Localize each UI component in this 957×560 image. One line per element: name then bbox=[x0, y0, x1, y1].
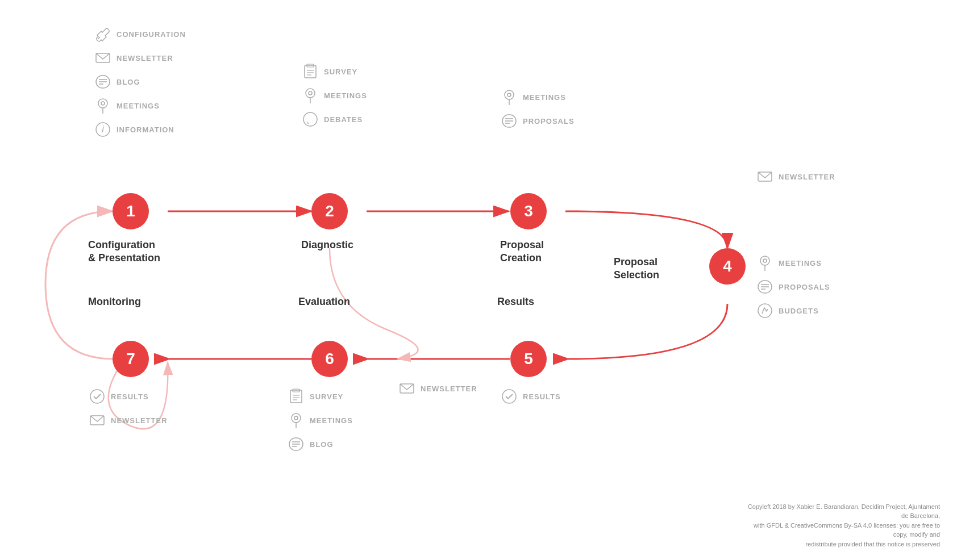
diagram-container: 1 Configuration& Presentation 2 Diagnost… bbox=[0, 0, 957, 560]
feature-newsletter-4: NEWSLETTER bbox=[756, 168, 835, 186]
svg-point-58 bbox=[90, 390, 104, 403]
budgets-icon bbox=[756, 302, 774, 320]
feature-results-7: RESULTS bbox=[88, 387, 168, 406]
feature-meetings-3: MEETINGS bbox=[500, 88, 575, 106]
debate-icon bbox=[301, 110, 319, 128]
svg-point-29 bbox=[507, 93, 511, 97]
feature-meetings-2: MEETINGS bbox=[301, 86, 367, 105]
phase6-features: SURVEY MEETINGS B bbox=[287, 387, 353, 459]
node-3-label: ProposalCreation bbox=[500, 239, 544, 265]
svg-point-36 bbox=[760, 256, 769, 265]
results-icon-5 bbox=[500, 387, 518, 406]
feature-meetings-1: MEETINGS bbox=[94, 97, 186, 115]
feature-blog-1: BLOG bbox=[94, 73, 186, 91]
phase5-newsletter: NEWSLETTER bbox=[398, 379, 477, 403]
wrench-icon bbox=[94, 25, 112, 43]
pin-icon-1 bbox=[94, 97, 112, 115]
newsletter-label-4: NEWSLETTER bbox=[779, 173, 835, 181]
phase3-features: MEETINGS PROPOSALS bbox=[500, 88, 575, 136]
feature-newsletter-1: NEWSLETTER bbox=[94, 49, 186, 67]
svg-point-25 bbox=[309, 91, 312, 95]
blog-label-6: BLOG bbox=[310, 440, 334, 449]
node-6-label: Evaluation bbox=[298, 295, 350, 308]
node-2-label: Diagnostic bbox=[301, 239, 353, 252]
feature-configuration: CONFIGURATION bbox=[94, 25, 186, 43]
node-5-label: Results bbox=[497, 295, 534, 308]
configuration-label: CONFIGURATION bbox=[116, 30, 186, 39]
pin-icon-3 bbox=[500, 88, 518, 106]
node-1[interactable]: 1 bbox=[113, 193, 149, 229]
svg-point-52 bbox=[294, 416, 298, 420]
newsletter-label-7: NEWSLETTER bbox=[111, 416, 168, 425]
feature-newsletter-7: NEWSLETTER bbox=[88, 411, 168, 429]
feature-results-5: RESULTS bbox=[500, 387, 561, 406]
proposals-label-3: PROPOSALS bbox=[523, 117, 575, 126]
meetings-label-2: MEETINGS bbox=[324, 91, 367, 100]
feature-survey-6: SURVEY bbox=[287, 387, 353, 406]
proposals-label-4: PROPOSALS bbox=[779, 283, 830, 291]
survey-label-2: SURVEY bbox=[324, 68, 357, 76]
svg-point-15 bbox=[101, 102, 105, 105]
node-6[interactable]: 6 bbox=[311, 341, 348, 377]
meetings-label-4: MEETINGS bbox=[779, 259, 822, 268]
svg-point-27 bbox=[303, 112, 317, 126]
svg-point-24 bbox=[306, 89, 315, 98]
proposals-icon-4 bbox=[756, 278, 774, 296]
proposals-icon-3 bbox=[500, 112, 518, 130]
feature-information: i INFORMATION bbox=[94, 120, 186, 139]
survey-icon-6 bbox=[287, 387, 305, 406]
feature-proposals-4: PROPOSALS bbox=[756, 278, 835, 296]
results-label-7: RESULTS bbox=[111, 392, 149, 401]
svg-point-43 bbox=[758, 304, 772, 317]
feature-newsletter-5: NEWSLETTER bbox=[398, 379, 477, 398]
feature-proposals-3: PROPOSALS bbox=[500, 112, 575, 130]
results-label-5: RESULTS bbox=[523, 392, 561, 401]
meetings-label-3: MEETINGS bbox=[523, 93, 566, 102]
node-4[interactable]: 4 bbox=[709, 248, 746, 285]
survey-label-6: SURVEY bbox=[310, 392, 343, 401]
phase5-features: RESULTS bbox=[500, 387, 561, 411]
node-3[interactable]: 3 bbox=[510, 193, 547, 229]
svg-point-14 bbox=[98, 99, 107, 108]
pin-icon-6 bbox=[287, 411, 305, 429]
pin-icon-2 bbox=[301, 86, 319, 105]
svg-point-44 bbox=[502, 390, 516, 403]
phase1-features: CONFIGURATION NEWSLETTER BLO bbox=[94, 25, 186, 144]
blog-label-1: BLOG bbox=[116, 78, 140, 86]
debates-label: DEBATES bbox=[324, 115, 363, 124]
copyright-text: Copyleft 2018 by Xabier E. Barandiaran, … bbox=[741, 502, 940, 549]
node-7[interactable]: 7 bbox=[113, 341, 149, 377]
blog-icon-6 bbox=[287, 435, 305, 453]
feature-blog-6: BLOG bbox=[287, 435, 353, 453]
svg-point-37 bbox=[763, 259, 767, 262]
svg-text:i: i bbox=[102, 124, 104, 134]
envelope-icon-5 bbox=[398, 379, 416, 398]
meetings-label-6: MEETINGS bbox=[310, 416, 353, 425]
node-4-label: ProposalSelection bbox=[614, 256, 659, 282]
blog-icon-1 bbox=[94, 73, 112, 91]
phase4-features: NEWSLETTER MEETINGS bbox=[756, 168, 835, 325]
node-2[interactable]: 2 bbox=[311, 193, 348, 229]
envelope-icon-4 bbox=[756, 168, 774, 186]
envelope-icon-7 bbox=[88, 411, 106, 429]
svg-point-51 bbox=[292, 413, 301, 423]
feature-budgets: BUDGETS bbox=[756, 302, 835, 320]
node-7-label: Monitoring bbox=[88, 295, 141, 308]
feature-meetings-6: MEETINGS bbox=[287, 411, 353, 429]
info-icon: i bbox=[94, 120, 112, 139]
node-1-label: Configuration& Presentation bbox=[88, 239, 160, 265]
feature-debates: DEBATES bbox=[301, 110, 367, 128]
pin-icon-4 bbox=[756, 254, 774, 272]
phase2-features: SURVEY MEETINGS DEBATES bbox=[301, 62, 367, 134]
svg-point-28 bbox=[505, 90, 514, 99]
phase7-features: RESULTS NEWSLETTER bbox=[88, 387, 168, 435]
meetings-label-1: MEETINGS bbox=[116, 102, 160, 110]
survey-icon-2 bbox=[301, 62, 319, 81]
envelope-icon-1 bbox=[94, 49, 112, 67]
node-5[interactable]: 5 bbox=[510, 341, 547, 377]
budgets-label: BUDGETS bbox=[779, 307, 819, 315]
newsletter-label-1: NEWSLETTER bbox=[116, 54, 173, 62]
svg-line-8 bbox=[98, 37, 100, 39]
information-label: INFORMATION bbox=[116, 126, 174, 134]
feature-meetings-4: MEETINGS bbox=[756, 254, 835, 272]
